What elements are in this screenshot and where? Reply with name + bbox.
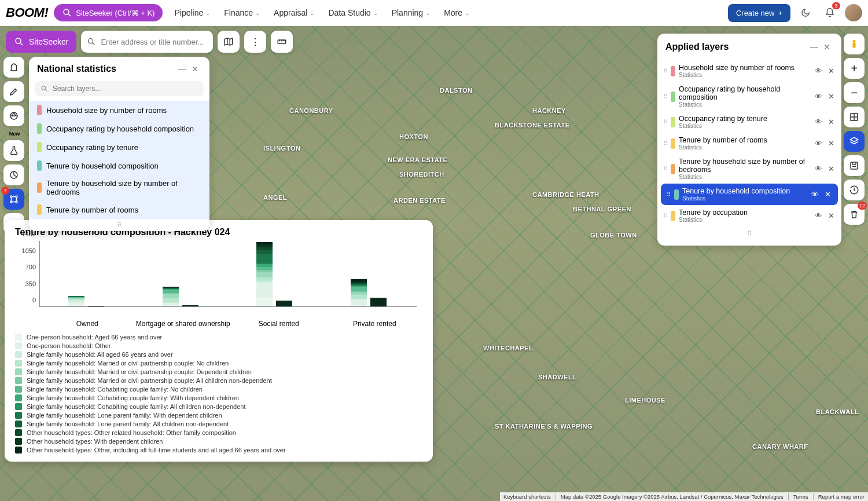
legend-item: One-person household: Other: [15, 342, 422, 349]
applied-layer-item[interactable]: ⠿ Tenure by occupationStatistics 👁 ✕: [657, 205, 841, 226]
nav-item-appraisal[interactable]: Appraisal⌄: [268, 5, 320, 21]
x-label: Social rented: [231, 320, 327, 328]
applied-layer-item[interactable]: ⠿ Tenure by number of roomsStatistics 👁 …: [657, 133, 841, 154]
drag-handle-icon[interactable]: ⠿: [663, 93, 667, 100]
rail-sites-button[interactable]: [3, 57, 24, 78]
trash-button[interactable]: 12: [844, 204, 865, 225]
siteseeker-shortcut-pill[interactable]: SiteSeeker (Ctrl/⌘ + K): [54, 4, 163, 21]
legend-swatch: [15, 412, 22, 419]
applied-layer-item[interactable]: ⠿ Occupancy rating by tenureStatistics 👁…: [657, 111, 841, 133]
bell-icon: [825, 8, 835, 18]
layer-item[interactable]: Tenure by number of rooms: [29, 200, 209, 219]
applied-layer-item[interactable]: ⠿ Tenure by household compositionStatist…: [661, 184, 838, 205]
drag-handle-icon[interactable]: ⠿: [663, 119, 667, 125]
applied-layer-item[interactable]: ⠿ Household size by number of roomsStati…: [657, 60, 841, 82]
svg-point-14: [42, 86, 45, 90]
legend-item: Single family household: Married or civi…: [15, 360, 422, 367]
remove-layer-button[interactable]: ✕: [827, 163, 836, 174]
resize-handle[interactable]: ⠿: [29, 219, 209, 231]
create-new-button[interactable]: Create new +: [728, 4, 790, 22]
visibility-toggle[interactable]: 👁: [814, 163, 823, 174]
close-button[interactable]: ✕: [821, 41, 833, 53]
drag-handle-icon[interactable]: ⠿: [667, 191, 671, 198]
address-input[interactable]: [101, 32, 207, 52]
color-chip: [37, 123, 42, 134]
nav-item-data-studio[interactable]: Data Studio⌄: [322, 5, 383, 21]
layer-item[interactable]: Tenure by household size by number of be…: [29, 175, 209, 200]
chevron-down-icon: ⌄: [310, 10, 314, 16]
visibility-toggle[interactable]: 👁: [810, 189, 820, 200]
drag-handle-icon[interactable]: ⠿: [663, 213, 667, 219]
save-button[interactable]: [844, 155, 865, 176]
legend-item: Single family household: Cohabiting coup…: [15, 394, 422, 401]
address-search[interactable]: [81, 31, 213, 53]
visibility-toggle[interactable]: 👁: [814, 91, 823, 102]
drag-handle-icon[interactable]: ⠿: [663, 140, 667, 147]
visibility-toggle[interactable]: 👁: [814, 210, 823, 221]
color-chip: [674, 189, 679, 200]
attribution-link[interactable]: Map data ©2025 Google Imagery ©2025 Airb…: [556, 493, 784, 500]
rail-chart-button[interactable]: [3, 164, 24, 185]
rail-lab-button[interactable]: [3, 140, 24, 161]
applied-layer-item[interactable]: ⠿ Tenure by household size by number of …: [657, 154, 841, 184]
remove-layer-button[interactable]: ✕: [827, 91, 836, 102]
more-tools-button[interactable]: ⋮: [244, 31, 266, 53]
chart-area: 035070010501400: [39, 241, 422, 316]
notifications-button[interactable]: 3: [821, 3, 839, 22]
attribution-link[interactable]: Report a map error: [813, 493, 865, 500]
siteseeker-button[interactable]: SiteSeeker: [6, 31, 76, 53]
legend-swatch: [15, 342, 22, 349]
layers-toggle-button[interactable]: [844, 131, 865, 152]
history-button[interactable]: [844, 180, 865, 200]
nav-item-more[interactable]: More⌄: [438, 5, 475, 21]
attribution-link[interactable]: Terms: [788, 493, 808, 500]
svg-point-12: [16, 201, 17, 203]
avatar[interactable]: [845, 4, 862, 21]
chevron-down-icon: ⌄: [205, 10, 210, 16]
rail-lens-button[interactable]: [3, 105, 24, 126]
layer-item[interactable]: Occupancy rating by household compositio…: [29, 119, 209, 138]
remove-layer-button[interactable]: ✕: [827, 138, 836, 149]
visibility-toggle[interactable]: 👁: [814, 116, 823, 127]
nav-item-finance[interactable]: Finance⌄: [218, 5, 266, 21]
basemap-button[interactable]: [218, 31, 240, 53]
visibility-toggle[interactable]: 👁: [814, 65, 823, 76]
layer-search-input[interactable]: [53, 85, 198, 93]
grid-button[interactable]: [844, 107, 865, 127]
nav-item-planning[interactable]: Planning⌄: [386, 5, 436, 21]
map-label: SHADWELL: [538, 374, 576, 381]
attribution-link[interactable]: Keyboard shortcuts: [503, 493, 551, 500]
rail-layers-button[interactable]: 7: [3, 189, 24, 210]
layer-search[interactable]: [35, 81, 204, 96]
zoom-in-button[interactable]: +: [844, 58, 865, 79]
minimize-button[interactable]: —: [176, 63, 189, 75]
legend-swatch: [15, 447, 22, 454]
remove-layer-button[interactable]: ✕: [827, 116, 836, 127]
resize-handle[interactable]: ⠿: [657, 226, 841, 241]
streetview-button[interactable]: [844, 34, 865, 54]
color-chip: [671, 211, 675, 221]
svg-rect-18: [851, 162, 858, 169]
zoom-out-button[interactable]: −: [844, 82, 865, 103]
visibility-toggle[interactable]: 👁: [814, 138, 823, 149]
remove-layer-button[interactable]: ✕: [827, 210, 836, 221]
drag-handle-icon[interactable]: ⠿: [663, 166, 667, 172]
chart-legend: One-person household: Aged 66 years and …: [15, 334, 422, 454]
map-toolbar: SiteSeeker ⋮: [6, 31, 293, 53]
layer-item[interactable]: Household size by number of rooms: [29, 101, 209, 119]
dark-mode-toggle[interactable]: [796, 3, 815, 22]
layer-item[interactable]: Occupancy rating by tenure: [29, 138, 209, 156]
chevron-down-icon: ⌄: [373, 10, 378, 16]
measure-button[interactable]: [271, 31, 293, 53]
remove-layer-button[interactable]: ✕: [827, 65, 836, 76]
remove-layer-button[interactable]: ✕: [823, 189, 832, 200]
close-button[interactable]: ✕: [189, 63, 201, 75]
layer-list: Household size by number of roomsOccupan…: [29, 101, 209, 219]
svg-point-2: [16, 38, 21, 43]
nav-item-pipeline[interactable]: Pipeline⌄: [168, 5, 216, 21]
rail-draw-button[interactable]: [3, 81, 24, 102]
layer-item[interactable]: Tenure by household composition: [29, 156, 209, 175]
applied-layer-item[interactable]: ⠿ Occupancy rating by household composit…: [657, 82, 841, 111]
minimize-button[interactable]: —: [808, 41, 821, 53]
drag-handle-icon[interactable]: ⠿: [663, 68, 667, 74]
